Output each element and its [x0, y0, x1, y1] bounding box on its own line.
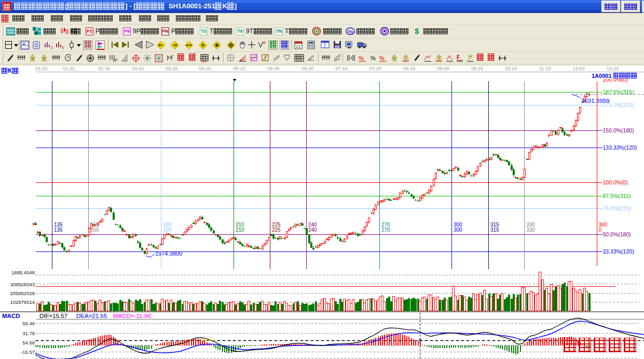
svg-text:12-03: 12-03 — [573, 66, 585, 71]
svg-text:": " — [172, 54, 174, 59]
svg-text:210: 210 — [236, 227, 244, 233]
svg-text:MACD: MACD — [2, 313, 20, 319]
svg-text:DIF=15.57: DIF=15.57 — [39, 313, 67, 319]
svg-text:%: % — [379, 55, 385, 61]
svg-text:135: 135 — [54, 227, 63, 233]
svg-text:102976014: 102976014 — [10, 299, 35, 305]
svg-text:12-23: 12-23 — [607, 66, 619, 71]
svg-text:55.46: 55.46 — [22, 321, 35, 326]
svg-text:54.68: 54.68 — [22, 340, 35, 345]
svg-text:100.0%(0): 100.0%(0) — [603, 179, 628, 185]
svg-text:9: 9 — [62, 45, 64, 49]
svg-text:133.33%(120): 133.33%(120) — [603, 144, 637, 151]
svg-text:150.0%(180): 150.0%(180) — [603, 127, 634, 134]
svg-text:308928043: 308928043 — [10, 282, 35, 287]
svg-text:06-20: 06-20 — [302, 66, 313, 71]
svg-text:F: F — [457, 55, 460, 60]
svg-text:01-22: 01-22 — [63, 66, 75, 71]
svg-text:2631.3999: 2631.3999 — [581, 98, 609, 104]
svg-text:%: % — [359, 55, 364, 61]
svg-text:07-30: 07-30 — [369, 66, 381, 71]
svg-text:09-29: 09-29 — [471, 66, 483, 71]
svg-text:02-18: 02-18 — [98, 66, 110, 71]
svg-text:05-12: 05-12 — [233, 66, 245, 71]
svg-text:DEA=21.55: DEA=21.55 — [76, 313, 107, 319]
svg-text:315: 315 — [490, 227, 499, 233]
svg-text:0: 0 — [599, 227, 602, 233]
svg-text:123: 123 — [202, 60, 207, 63]
svg-text:33.33%(120): 33.33%(120) — [603, 248, 634, 255]
svg-text:MACD=-11.9Є: MACD=-11.9Є — [113, 313, 152, 319]
svg-text:05-30: 05-30 — [267, 66, 279, 71]
svg-text:Big: Big — [347, 29, 353, 34]
svg-text:11-13: 11-13 — [539, 66, 551, 71]
svg-text:270: 270 — [381, 227, 390, 233]
svg-text:21: 21 — [296, 44, 301, 49]
svg-text:31.79: 31.79 — [22, 330, 35, 336]
svg-text:04-18: 04-18 — [199, 66, 211, 71]
svg-text:10-24: 10-24 — [505, 66, 517, 71]
svg-text:180: 180 — [163, 227, 172, 233]
svg-text:225: 225 — [272, 227, 281, 233]
svg-text:03-10: 03-10 — [132, 66, 144, 71]
svg-text:240: 240 — [308, 227, 317, 233]
svg-text:1895.4048: 1895.4048 — [11, 270, 35, 275]
svg-text:03-28: 03-28 — [166, 66, 177, 71]
svg-text:3: 3 — [50, 45, 53, 49]
svg-text:n²: n² — [113, 58, 117, 62]
svg-text:07-10: 07-10 — [335, 66, 347, 71]
svg-text:75.0%(270): 75.0%(270) — [603, 205, 631, 211]
svg-text:300: 300 — [454, 227, 462, 233]
svg-text:1974.3800: 1974.3800 — [155, 250, 182, 257]
svg-text:08-19: 08-19 — [403, 66, 415, 71]
svg-text:09-09: 09-09 — [437, 66, 449, 71]
svg-text:87.5%(315): 87.5%(315) — [603, 193, 631, 199]
svg-text:%: % — [371, 55, 376, 61]
svg-text:330: 330 — [526, 227, 535, 233]
svg-text:-15.57: -15.57 — [21, 349, 35, 355]
svg-text:01-02: 01-02 — [35, 66, 47, 71]
svg-text:50.0%(180): 50.0%(180) — [603, 231, 631, 237]
svg-text:205952029: 205952029 — [10, 290, 35, 296]
